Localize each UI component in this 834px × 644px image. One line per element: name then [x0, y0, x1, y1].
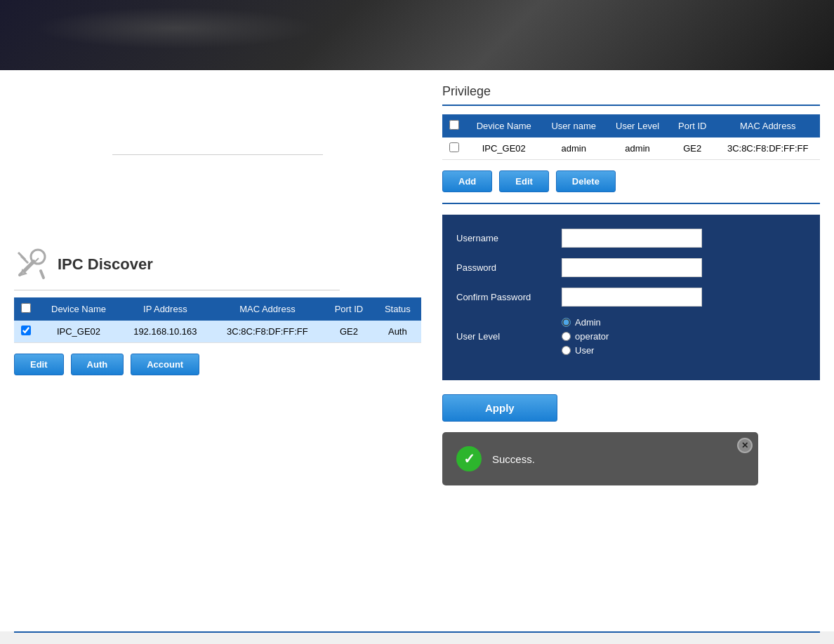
ipc-divider [14, 290, 340, 290]
radio-admin-label: Admin [575, 317, 601, 328]
placeholder-line [112, 154, 323, 155]
username-input[interactable] [562, 229, 702, 248]
ipc-port-id: GE2 [324, 321, 374, 343]
ipc-discover-title: IPC Discover [58, 255, 153, 274]
table-row[interactable]: IPC_GE02 admin admin GE2 3C:8C:F8:DF:FF:… [442, 137, 820, 160]
ipc-account-button[interactable]: Account [131, 354, 199, 375]
password-input[interactable] [562, 258, 702, 277]
priv-username: admin [541, 137, 606, 160]
ipc-col-mac-address: MAC Address [211, 297, 324, 321]
form-section: Username Password Confirm Password User … [442, 215, 820, 380]
privilege-divider [442, 105, 820, 106]
ipc-col-device-name: Device Name [38, 297, 119, 321]
password-label: Password [456, 262, 555, 273]
priv-col-device-name: Device Name [466, 114, 541, 137]
apply-section: Apply [442, 394, 820, 422]
radio-user-label: User [575, 345, 594, 356]
footer-divider [14, 631, 820, 633]
radio-operator[interactable]: operator [562, 331, 609, 342]
ipc-row-checkbox[interactable] [14, 321, 38, 343]
success-message: Success. [492, 453, 535, 465]
right-panel: Privilege Device Name User name User Lev… [442, 84, 820, 617]
radio-operator-label: operator [575, 331, 609, 342]
password-row: Password [456, 258, 806, 277]
priv-port-id: GE2 [669, 137, 715, 160]
success-notification: ✓ Success. ✕ [442, 432, 758, 485]
ipc-col-port-id: Port ID [324, 297, 374, 321]
ipc-button-group: Edit Auth Account [14, 354, 421, 375]
ipc-device-name: IPC_GE02 [38, 321, 119, 343]
priv-mac-address: 3C:8C:F8:DF:FF:FF [715, 137, 820, 160]
svg-line-3 [18, 253, 25, 260]
ipc-edit-button[interactable]: Edit [14, 354, 64, 375]
apply-button[interactable]: Apply [442, 394, 557, 422]
priv-delete-button[interactable]: Delete [556, 170, 616, 192]
left-panel: IPC Discover Device Name IP Address MAC … [14, 84, 421, 617]
svg-point-1 [31, 250, 45, 264]
priv-row-select[interactable] [449, 142, 459, 152]
ipc-status: Auth [374, 321, 421, 343]
priv-select-all-header[interactable] [442, 114, 466, 137]
ipc-col-status: Status [374, 297, 421, 321]
radio-user-input[interactable] [562, 346, 571, 355]
radio-admin[interactable]: Admin [562, 317, 609, 328]
priv-row-checkbox[interactable] [442, 137, 466, 160]
priv-col-username: User name [541, 114, 606, 137]
priv-add-button[interactable]: Add [442, 170, 492, 192]
ipc-mac-address: 3C:8C:F8:DF:FF:FF [211, 321, 324, 343]
ipc-select-all-checkbox[interactable] [21, 303, 31, 313]
ipc-row-select[interactable] [21, 326, 31, 335]
ipc-select-all-header[interactable] [14, 297, 38, 321]
svg-line-4 [41, 271, 44, 278]
privilege-button-group: Add Edit Delete [442, 170, 820, 192]
radio-admin-input[interactable] [562, 318, 571, 327]
confirm-password-row: Confirm Password [456, 288, 806, 307]
priv-device-name: IPC_GE02 [466, 137, 541, 160]
radio-user[interactable]: User [562, 345, 609, 356]
close-notification-button[interactable]: ✕ [737, 438, 753, 453]
privilege-table: Device Name User name User Level Port ID… [442, 114, 820, 160]
main-content: IPC Discover Device Name IP Address MAC … [0, 70, 834, 631]
header-banner [0, 0, 834, 70]
user-level-row: User Level Admin operator User [456, 317, 806, 356]
ipc-discover-table: Device Name IP Address MAC Address Port … [14, 297, 421, 343]
top-left-area [14, 84, 421, 224]
priv-edit-button[interactable]: Edit [499, 170, 549, 192]
wrench-icon [14, 246, 49, 283]
priv-col-mac-address: MAC Address [715, 114, 820, 137]
priv-col-port-id: Port ID [669, 114, 715, 137]
user-level-radio-group: Admin operator User [562, 317, 609, 356]
username-label: Username [456, 233, 555, 243]
checkmark-icon: ✓ [463, 450, 475, 467]
priv-user-level: admin [606, 137, 669, 160]
username-row: Username [456, 229, 806, 248]
radio-operator-input[interactable] [562, 332, 571, 341]
ipc-auth-button[interactable]: Auth [71, 354, 124, 375]
ipc-col-ip-address: IP Address [119, 297, 211, 321]
priv-select-all-checkbox[interactable] [449, 120, 459, 130]
table-row[interactable]: IPC_GE02 192.168.10.163 3C:8C:F8:DF:FF:F… [14, 321, 421, 343]
form-divider [442, 203, 820, 204]
ipc-ip-address: 192.168.10.163 [119, 321, 211, 343]
success-icon: ✓ [456, 446, 482, 471]
confirm-password-input[interactable] [562, 288, 702, 307]
ipc-discover-header: IPC Discover [14, 246, 421, 283]
user-level-label: User Level [456, 331, 555, 342]
privilege-title: Privilege [442, 84, 820, 99]
priv-col-user-level: User Level [606, 114, 669, 137]
confirm-password-label: Confirm Password [456, 292, 555, 302]
